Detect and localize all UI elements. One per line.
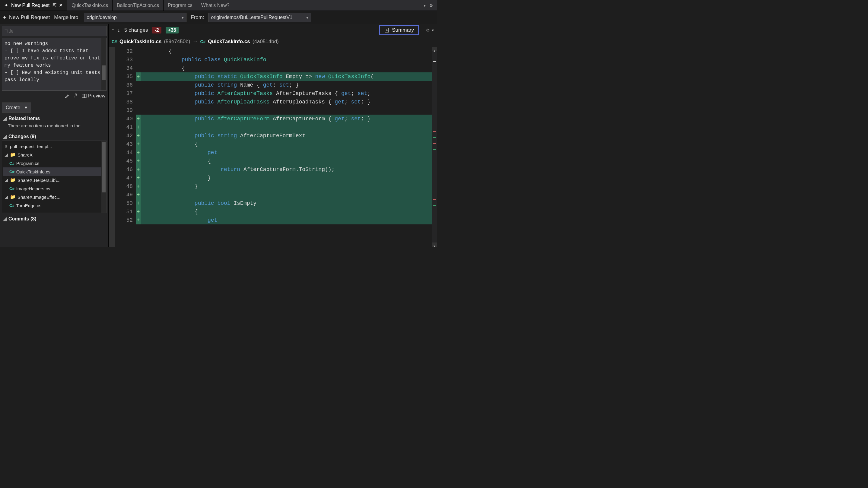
edit-icon[interactable] [65, 93, 70, 99]
pr-side-panel: # Preview Create ▾ ◢ Related Items There… [0, 24, 108, 247]
folder-icon: 📁 [10, 152, 16, 157]
next-change-button[interactable]: ↓ [117, 27, 120, 33]
create-label: Create [6, 105, 20, 110]
related-items-header[interactable]: ◢ Related Items [2, 112, 106, 123]
chevron-down-icon[interactable]: ▾ [432, 28, 434, 33]
prev-change-button[interactable]: ↑ [112, 27, 114, 33]
scrollbar[interactable] [101, 141, 106, 213]
additions-badge: +35 [166, 27, 179, 33]
chevron-down-icon: ▾ [306, 15, 308, 20]
preview-toggle[interactable]: Preview [82, 93, 105, 99]
expand-icon: ◢ [4, 177, 8, 183]
tree-item-label: Program.cs [16, 161, 39, 166]
pr-title-input[interactable] [2, 26, 106, 36]
csharp-icon: C# [9, 169, 14, 174]
commits-header[interactable]: ◢ Commits (8) [2, 213, 106, 223]
left-file-hash: (59e7450b) [164, 39, 190, 45]
csharp-icon: C# [9, 161, 14, 166]
code-content[interactable]: { public class QuickTaskInfo { public st… [141, 47, 437, 247]
pin-icon[interactable]: ⇱ [53, 2, 56, 8]
breakpoint-gutter[interactable] [108, 47, 115, 247]
pr-description-input[interactable] [2, 38, 106, 90]
section-title: Changes (9) [8, 134, 36, 139]
section-title: Related Items [8, 116, 40, 121]
sparkle-icon: ✦ [4, 2, 8, 8]
summary-label: Summary [392, 27, 414, 33]
tree-item[interactable]: ◢📁ShareX.HelpersLib\... [3, 176, 105, 184]
changes-tree: 🗎pull_request_templ...◢📁ShareXC#Program.… [2, 140, 106, 213]
tree-item[interactable]: ◢📁ShareX [3, 151, 105, 159]
tree-item[interactable]: C#Program.cs [3, 159, 105, 167]
arrow-icon: → [192, 39, 197, 45]
tree-item-label: ShareX.ImageEffec... [18, 195, 60, 200]
summary-button[interactable]: Summary [379, 25, 419, 35]
svg-rect-1 [85, 94, 86, 98]
tree-item-label: ShareX.HelpersLib\... [18, 177, 61, 183]
tree-item-label: ImageHelpers.cs [16, 186, 51, 191]
expand-icon: ◢ [3, 216, 7, 222]
tree-item[interactable]: ◢📁ShareX.ImageEffec... [3, 193, 105, 201]
tree-item-label: ShareX [18, 152, 33, 157]
csharp-icon: C# [9, 203, 14, 208]
csharp-icon: C# [9, 186, 14, 191]
expand-icon: ◢ [3, 116, 7, 121]
scrollbar[interactable] [101, 38, 106, 91]
changes-header[interactable]: ◢ Changes (9) [2, 131, 106, 140]
diff-header: ↑ ↓ 5 changes -2 +35 Summary ⚙ ▾ [108, 24, 437, 36]
tab-quicktaskinfo[interactable]: QuickTaskInfo.cs [67, 0, 113, 10]
merge-bar: ✦ New Pull Request Merge into: origin/de… [0, 11, 437, 24]
tree-item-label: QuickTaskInfo.cs [16, 169, 51, 174]
csharp-icon: C# [112, 39, 117, 44]
scroll-up-icon[interactable]: ▲ [432, 47, 437, 51]
overview-ruler[interactable]: ▲ ▼ [432, 47, 437, 247]
code-editor[interactable]: 3233343536373839404142434445464748495051… [108, 47, 437, 247]
chevron-down-icon[interactable]: ▾ [22, 105, 27, 110]
tree-item[interactable]: 🗎pull_request_templ... [3, 142, 105, 151]
csharp-icon: C# [200, 39, 206, 44]
new-pr-icon: ✦ [2, 14, 7, 21]
close-icon[interactable]: ✕ [59, 2, 63, 8]
merge-title: New Pull Request [9, 14, 50, 21]
hash-icon[interactable]: # [74, 93, 77, 99]
expand-icon: ◢ [4, 152, 8, 157]
deletions-badge: -2 [152, 27, 161, 33]
changes-count: 5 changes [124, 27, 148, 33]
create-button[interactable]: Create ▾ [2, 102, 31, 112]
merge-into-dropdown[interactable]: origin/develop ▾ [84, 13, 186, 22]
tab-bar: ✦ New Pull Request ⇱ ✕ QuickTaskInfo.cs … [0, 0, 437, 11]
file-icon: 🗎 [4, 144, 8, 149]
expand-icon: ◢ [4, 194, 8, 200]
tab-new-pull-request[interactable]: ✦ New Pull Request ⇱ ✕ [0, 0, 67, 10]
tab-label: QuickTaskInfo.cs [71, 3, 108, 8]
tab-balloontipaction[interactable]: BalloonTipAction.cs [113, 0, 163, 10]
right-file-name: QuickTaskInfo.cs [208, 39, 250, 45]
folder-icon: 📁 [10, 177, 16, 183]
scroll-down-icon[interactable]: ▼ [432, 242, 437, 247]
merge-into-value: origin/develop [87, 15, 117, 20]
diff-marker-gutter: ++++++++++++++ [136, 47, 141, 247]
tree-item[interactable]: C#QuickTaskInfo.cs [3, 167, 105, 176]
svg-rect-0 [82, 94, 84, 98]
left-file-name: QuickTaskInfo.cs [120, 39, 162, 45]
section-title: Commits (8) [8, 216, 36, 222]
tab-label: What's New? [201, 3, 229, 8]
chevron-down-icon: ▾ [182, 15, 184, 20]
tab-label: Program.cs [168, 3, 192, 8]
tree-item[interactable]: C#ImageHelpers.cs [3, 184, 105, 193]
from-label: From: [191, 14, 204, 21]
gear-icon[interactable]: ⚙ [429, 3, 433, 8]
from-dropdown[interactable]: origin/demos/Bui...eatePullRequestV1 ▾ [209, 13, 311, 22]
tree-item[interactable]: C#TornEdge.cs [3, 201, 105, 209]
line-number-gutter: 3233343536373839404142434445464748495051… [115, 47, 136, 247]
folder-icon: 📁 [10, 194, 16, 200]
tab-label: BalloonTipAction.cs [117, 3, 159, 8]
settings-icon[interactable]: ⚙ [426, 28, 430, 33]
tree-item-label: pull_request_templ... [10, 144, 52, 149]
tree-item-label: TornEdge.cs [16, 203, 41, 208]
expand-icon: ◢ [3, 134, 7, 139]
chevron-down-icon[interactable]: ▾ [424, 3, 426, 8]
related-items-empty: There are no items mentioned in the [2, 123, 106, 131]
tab-program[interactable]: Program.cs [163, 0, 197, 10]
file-compare-bar: C# QuickTaskInfo.cs (59e7450b) → C# Quic… [108, 36, 437, 47]
tab-whats-new[interactable]: What's New? [197, 0, 234, 10]
